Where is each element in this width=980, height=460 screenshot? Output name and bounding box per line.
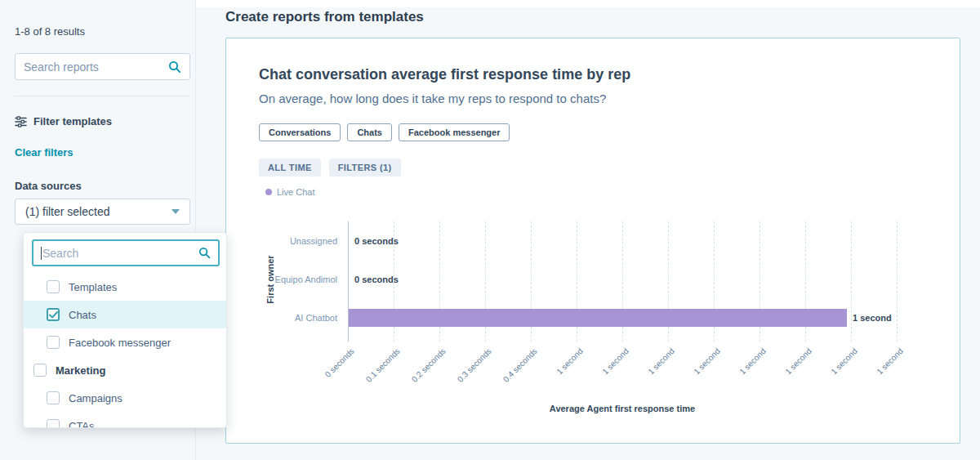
search-icon [198,247,211,259]
bar-chart: 0 seconds0.1 seconds0.2 seconds0.3 secon… [226,38,960,443]
main-content: Create reports from templates Chat conve… [196,0,980,460]
data-sources-list: TemplatesChatsFacebook messengerMarketin… [24,273,227,428]
checkbox-unchecked-icon[interactable] [47,336,60,349]
category-label: Unassigned [226,236,337,246]
data-source-option[interactable]: CTAs [24,412,227,428]
text-cursor [41,247,42,260]
checkbox-unchecked-icon[interactable] [47,391,60,404]
filter-templates-header[interactable]: Filter templates [15,115,112,127]
checkbox-unchecked-icon[interactable] [47,419,60,428]
search-reports-input[interactable]: Search reports [15,53,190,80]
filter-templates-label: Filter templates [33,115,112,127]
value-label: 0 seconds [354,236,399,246]
bar-segment[interactable] [349,309,847,327]
results-count: 1-8 of 8 results [15,25,85,38]
data-source-option-label: Facebook messenger [69,337,171,349]
category-label: AI Chatbot [226,313,337,323]
data-source-option[interactable]: Campaigns [24,384,227,412]
data-source-option[interactable]: Marketing [24,356,227,384]
data-sources-selected-value: (1) filter selected [25,205,109,218]
data-source-option-label: Marketing [56,364,105,377]
data-source-option-label: Chats [69,309,96,321]
x-axis-title: Average Agent first response time [550,404,695,413]
data-source-option-label: CTAs [69,420,95,429]
data-source-option[interactable]: Facebook messenger [24,328,227,356]
y-axis-title: First owner [265,255,275,303]
data-sources-label: Data sources [15,180,82,192]
data-source-option[interactable]: Templates [24,273,227,301]
top-strip [196,0,980,7]
checkbox-checked-icon[interactable] [47,308,60,321]
checkbox-unchecked-icon[interactable] [47,280,60,293]
checkbox-unchecked-icon[interactable] [33,364,47,377]
report-template-card[interactable]: Chat conversation average first response… [225,38,960,444]
category-label: Equipo Andimol [226,275,337,284]
data-source-option-label: Templates [69,281,117,293]
gridline [851,221,852,342]
data-sources-dropdown-panel: Search TemplatesChatsFacebook messengerM… [23,232,227,428]
value-label: 0 seconds [354,275,399,284]
value-label: 1 second [853,313,892,323]
chevron-down-icon [172,209,180,214]
search-reports-placeholder: Search reports [24,60,168,74]
data-sources-select[interactable]: (1) filter selected [15,199,190,225]
gridline [897,221,898,342]
page-title: Create reports from templates [225,9,424,25]
clear-filters-link[interactable]: Clear filters [15,146,74,159]
data-source-option[interactable]: Chats [24,301,227,328]
data-source-option-label: Campaigns [69,392,122,404]
dropdown-search-input[interactable]: Search [32,239,220,266]
dropdown-search-placeholder: Search [42,247,198,260]
search-icon [168,60,181,74]
sidebar-divider [15,96,189,96]
sliders-filter-icon [15,116,27,127]
